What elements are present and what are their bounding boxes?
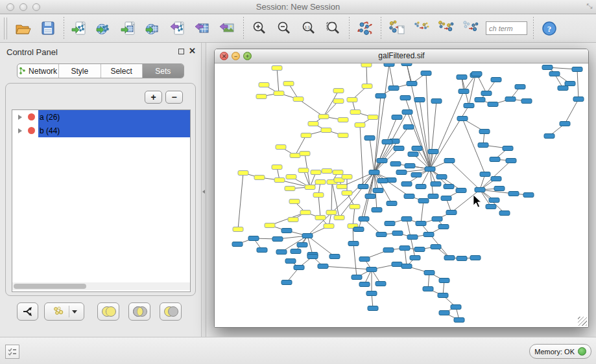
network-window-titlebar[interactable]: ✕ − + galFiltered.sif xyxy=(215,49,588,63)
graph-node[interactable] xyxy=(475,188,485,192)
graph-node[interactable] xyxy=(401,182,412,187)
graph-node[interactable] xyxy=(431,182,441,187)
new-network-selected-edges-button[interactable] xyxy=(409,16,434,41)
create-set-dropdown-button[interactable] xyxy=(44,302,84,321)
graph-node[interactable] xyxy=(392,115,402,120)
graph-node[interactable] xyxy=(307,255,318,259)
graph-node[interactable] xyxy=(362,84,372,89)
graph-node[interactable] xyxy=(385,222,395,226)
graph-node[interactable] xyxy=(375,282,386,286)
tab-sets[interactable]: Sets xyxy=(143,64,184,78)
graph-node[interactable] xyxy=(257,248,267,253)
graph-node[interactable] xyxy=(364,136,375,141)
graph-node[interactable] xyxy=(410,256,420,260)
graph-node[interactable] xyxy=(350,205,360,209)
graph-node[interactable] xyxy=(265,223,275,228)
graph-node[interactable] xyxy=(394,146,404,151)
graph-node[interactable] xyxy=(428,194,438,199)
network-canvas[interactable] xyxy=(215,63,588,327)
graph-node[interactable] xyxy=(301,133,311,138)
graph-node[interactable] xyxy=(359,282,370,287)
graph-node[interactable] xyxy=(281,229,292,233)
graph-node[interactable] xyxy=(431,99,442,104)
add-set-button[interactable]: + xyxy=(145,91,162,104)
graph-node[interactable] xyxy=(297,243,307,247)
graph-node[interactable] xyxy=(329,255,340,259)
remove-set-button[interactable]: − xyxy=(165,91,183,104)
graph-node[interactable] xyxy=(300,210,311,215)
graph-node[interactable] xyxy=(368,306,378,311)
memory-status-button[interactable]: Memory: OK xyxy=(529,344,591,359)
graph-node[interactable] xyxy=(421,71,431,76)
graph-node[interactable] xyxy=(308,122,318,126)
import-network-web-button[interactable] xyxy=(92,16,117,41)
graph-node[interactable] xyxy=(416,222,426,226)
graph-node[interactable] xyxy=(302,234,313,238)
float-panel-icon[interactable] xyxy=(178,49,184,54)
export-image-button[interactable] xyxy=(215,16,240,41)
graph-node[interactable] xyxy=(505,97,516,102)
graph-node[interactable] xyxy=(515,85,525,89)
graph-node[interactable] xyxy=(315,180,326,185)
graph-node[interactable] xyxy=(338,133,348,138)
graph-node[interactable] xyxy=(372,208,382,212)
graph-node[interactable] xyxy=(388,86,399,91)
graph-node[interactable] xyxy=(399,246,410,251)
graph-node[interactable] xyxy=(470,256,481,260)
apply-layout-button[interactable] xyxy=(353,16,377,41)
graph-node[interactable] xyxy=(254,176,265,180)
graph-node[interactable] xyxy=(285,187,295,191)
graph-node[interactable] xyxy=(369,170,379,175)
graph-node[interactable] xyxy=(436,175,447,179)
graph-node[interactable] xyxy=(573,97,584,102)
graph-node[interactable] xyxy=(298,168,309,173)
scrollbar-thumb[interactable] xyxy=(14,284,86,289)
graph-node[interactable] xyxy=(384,63,394,67)
graph-node[interactable] xyxy=(272,165,282,170)
graph-node[interactable] xyxy=(294,266,304,270)
graph-node[interactable] xyxy=(274,91,284,96)
graph-node[interactable] xyxy=(387,201,397,206)
graph-node[interactable] xyxy=(383,248,394,253)
graph-node[interactable] xyxy=(418,199,429,203)
graph-node[interactable] xyxy=(480,172,490,177)
graph-node[interactable] xyxy=(491,177,501,181)
export-table-button[interactable] xyxy=(191,16,215,41)
help-button[interactable]: ? xyxy=(537,16,562,41)
graph-node[interactable] xyxy=(290,154,300,158)
graph-node[interactable] xyxy=(444,185,454,189)
graph-node[interactable] xyxy=(494,187,505,191)
export-network-button[interactable] xyxy=(166,16,191,41)
graph-node[interactable] xyxy=(558,86,568,91)
graph-node[interactable] xyxy=(446,210,457,215)
graph-node[interactable] xyxy=(425,167,435,172)
graph-node[interactable] xyxy=(334,216,344,220)
graph-node[interactable] xyxy=(286,175,296,179)
graph-node[interactable] xyxy=(256,95,267,99)
graph-node[interactable] xyxy=(428,150,438,154)
graph-node[interactable] xyxy=(490,157,500,162)
graph-node[interactable] xyxy=(373,188,383,193)
graph-node[interactable] xyxy=(392,262,402,267)
expand-arrow-icon[interactable] xyxy=(18,115,22,120)
graph-node[interactable] xyxy=(451,305,461,310)
graph-node[interactable] xyxy=(355,123,365,128)
graph-node[interactable] xyxy=(456,188,466,193)
graph-node[interactable] xyxy=(405,164,415,168)
graph-node[interactable] xyxy=(333,99,344,104)
expand-arrow-icon[interactable] xyxy=(18,128,22,133)
graph-node[interactable] xyxy=(457,256,467,261)
search-input[interactable] xyxy=(486,21,527,35)
graph-node[interactable] xyxy=(431,245,441,249)
tab-select[interactable]: Select xyxy=(101,64,143,78)
select-first-neighbors-button[interactable] xyxy=(434,16,459,41)
graph-node[interactable] xyxy=(366,291,377,296)
graph-node[interactable] xyxy=(390,162,401,166)
graph-node[interactable] xyxy=(454,318,464,323)
graph-node[interactable] xyxy=(353,227,364,232)
graph-node[interactable] xyxy=(348,242,359,246)
graph-node[interactable] xyxy=(489,198,499,203)
graph-node[interactable] xyxy=(506,159,516,163)
graph-node[interactable] xyxy=(321,128,331,133)
graph-node[interactable] xyxy=(281,280,292,285)
